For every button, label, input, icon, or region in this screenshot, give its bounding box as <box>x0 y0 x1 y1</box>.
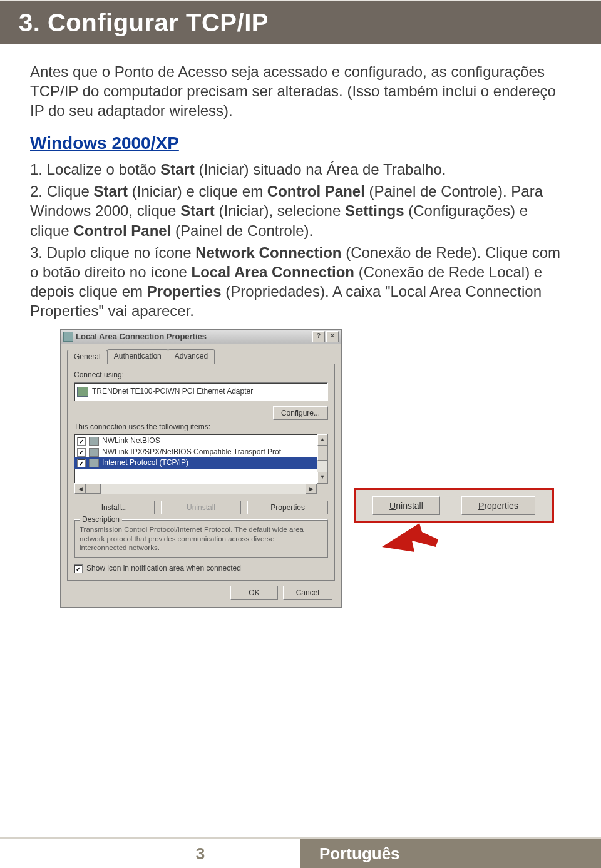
callout-properties-button[interactable]: Properties <box>461 496 535 515</box>
tab-general[interactable]: General <box>67 350 108 364</box>
list-item-label: NWLink IPX/SPX/NetBIOS Compatible Transp… <box>102 447 281 457</box>
step-2: 2. Clique Start (Iniciar) e clique em Co… <box>30 181 571 240</box>
list-item[interactable]: ✓ NWLink IPX/SPX/NetBIOS Compatible Tran… <box>74 447 317 458</box>
step-2-a: 2. Clique <box>30 183 93 200</box>
step-2-bold1: Start <box>93 183 128 200</box>
step-2-bold5: Control Panel <box>73 222 171 239</box>
adapter-field: TRENDnet TE100-PCIWN PCI Ethernet Adapte… <box>74 382 328 401</box>
scroll-thumb[interactable] <box>317 446 327 461</box>
tab-authentication[interactable]: Authentication <box>107 349 168 364</box>
underline-letter: U <box>389 501 396 511</box>
checkbox-icon[interactable]: ✓ <box>77 448 86 457</box>
page-number: 3 <box>0 844 300 864</box>
step-1: 1. Localize o botão Start (Iniciar) situ… <box>30 160 571 179</box>
step-3-bold1: Network Connection <box>195 244 341 261</box>
footer-language: Português <box>300 839 601 868</box>
ok-button[interactable]: OK <box>230 586 277 600</box>
underline-letter: P <box>478 501 484 511</box>
properties-dialog: Local Area Connection Properties ? × Gen… <box>60 329 342 608</box>
description-legend: Description <box>80 515 122 525</box>
step-2-c: (Iniciar) e clique em <box>128 183 267 200</box>
close-button[interactable]: × <box>326 331 339 342</box>
list-item[interactable]: ✓ Internet Protocol (TCP/IP) <box>74 457 317 469</box>
step-1-text-a: 1. Localize o botão <box>30 161 160 178</box>
help-button[interactable]: ? <box>312 331 325 342</box>
scrollbar-vertical[interactable]: ▲ ▼ <box>317 434 328 484</box>
checkbox-icon[interactable]: ✓ <box>74 564 83 573</box>
description-group: Description Transmission Control Protoco… <box>74 519 328 558</box>
intro-paragraph: Antes que o Ponto de Acesso seja acessad… <box>30 62 571 121</box>
step-2-g: (Iniciar), selecione <box>215 202 345 219</box>
scroll-down-icon[interactable]: ▼ <box>317 472 327 483</box>
step-3-bold2: Local Area Connection <box>192 263 354 280</box>
dialog-titlebar: Local Area Connection Properties ? × <box>61 330 341 344</box>
scroll-up-icon[interactable]: ▲ <box>317 434 327 446</box>
components-list[interactable]: ✓ NWLink NetBIOS ✓ NWLink IPX/SPX/NetBIO… <box>74 434 317 484</box>
step-1-text-c: (Iniciar) situado na Área de Trabalho. <box>195 161 446 178</box>
nic-icon <box>77 387 88 397</box>
dialog-title-icon <box>63 332 73 342</box>
callout-uninstall-button[interactable]: Uninstall <box>372 496 440 515</box>
svg-marker-0 <box>382 523 438 552</box>
step-2-bold4: Settings <box>345 202 404 219</box>
scroll-right-icon[interactable]: ▶ <box>306 484 317 494</box>
uses-items-label: This connection uses the following items… <box>74 422 328 432</box>
footer: 3 Português <box>0 837 601 868</box>
checkbox-icon[interactable]: ✓ <box>77 437 86 446</box>
protocol-icon <box>89 437 99 446</box>
adapter-name: TRENDnet TE100-PCIWN PCI Ethernet Adapte… <box>92 387 253 397</box>
scroll-thumb[interactable] <box>86 484 101 494</box>
section-header: 3. Configurar TCP/IP <box>0 0 601 44</box>
step-1-bold: Start <box>160 161 195 178</box>
step-3-bold3: Properties <box>147 283 222 300</box>
install-button[interactable]: Install... <box>74 501 155 514</box>
dialog-title: Local Area Connection Properties <box>76 332 207 342</box>
callout-arrow-icon <box>376 516 451 566</box>
step-3: 3. Duplo clique no ícone Network Connect… <box>30 243 571 321</box>
step-2-bold3: Start <box>180 202 215 219</box>
checkbox-icon[interactable]: ✓ <box>77 459 86 467</box>
btn-rest: ninstall <box>396 501 423 511</box>
show-icon-label: Show icon in notification area when conn… <box>86 564 241 574</box>
cancel-button[interactable]: Cancel <box>283 586 332 600</box>
protocol-icon <box>89 448 99 457</box>
properties-button[interactable]: Properties <box>247 501 328 514</box>
uninstall-button[interactable]: Uninstall <box>161 501 242 514</box>
list-item-label: NWLink NetBIOS <box>102 436 160 446</box>
step-3-a: 3. Duplo clique no ícone <box>30 244 195 261</box>
step-2-bold2: Control Panel <box>267 183 365 200</box>
btn-rest: roperties <box>484 501 518 511</box>
page-title: 3. Configurar TCP/IP <box>19 9 269 36</box>
intro-text: Antes que o Ponto de Acesso seja acessad… <box>30 63 556 119</box>
protocol-icon <box>89 459 99 467</box>
connect-using-label: Connect using: <box>74 370 328 380</box>
tab-advanced[interactable]: Advanced <box>168 349 215 364</box>
list-item[interactable]: ✓ NWLink NetBIOS <box>74 436 317 447</box>
show-icon-checkbox[interactable]: ✓ Show icon in notification area when co… <box>74 564 328 574</box>
description-text: Transmission Control Protocol/Internet P… <box>80 525 322 552</box>
step-2-k: (Painel de Controle). <box>171 222 313 239</box>
scroll-left-icon[interactable]: ◀ <box>74 484 86 494</box>
scrollbar-horizontal[interactable]: ◀ ▶ <box>74 483 317 494</box>
subsection-heading: Windows 2000/XP <box>30 132 571 155</box>
configure-button[interactable]: Configure... <box>273 406 328 420</box>
list-item-label: Internet Protocol (TCP/IP) <box>102 458 188 468</box>
